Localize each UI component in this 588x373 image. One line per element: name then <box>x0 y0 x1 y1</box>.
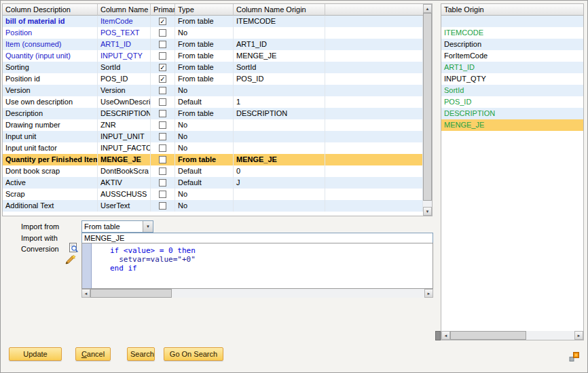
form-mode-icon[interactable] <box>569 351 580 362</box>
cell-primary[interactable] <box>151 131 175 142</box>
cell-type[interactable]: From table <box>175 108 234 119</box>
primary-checkbox[interactable] <box>159 156 166 163</box>
origin-item[interactable]: MENGE_JE <box>441 119 583 131</box>
table-row[interactable]: PositionPOS_TEXTNo <box>3 27 423 39</box>
cancel-button[interactable]: Cancel <box>75 347 111 361</box>
cell-column-description[interactable]: Additional Text <box>3 200 98 212</box>
scroll-up-icon[interactable]: ▲ <box>423 4 432 13</box>
update-button[interactable]: Update <box>9 347 62 361</box>
import-with-input[interactable] <box>81 233 433 243</box>
cell-primary[interactable] <box>151 119 175 131</box>
splitter-grip[interactable] <box>435 331 441 340</box>
primary-checkbox[interactable] <box>159 52 166 60</box>
cell-column-name[interactable]: Version <box>98 85 151 96</box>
cell-column-name[interactable]: ItemCode <box>98 16 151 27</box>
cell-filler[interactable] <box>325 189 423 200</box>
table-row[interactable]: ActiveAKTIVDefaultJ <box>3 177 423 189</box>
cell-column-description[interactable]: Item (consumed) <box>3 39 98 50</box>
cell-column-name[interactable]: POS_TEXT <box>98 27 151 39</box>
cell-column-name[interactable]: ART1_ID <box>98 39 151 50</box>
cell-filler[interactable] <box>325 62 423 73</box>
cell-filler[interactable] <box>325 200 423 212</box>
editor-horizontal-scrollbar[interactable]: ◄ ► <box>81 289 433 298</box>
cell-column-description[interactable]: Active <box>3 177 98 189</box>
cell-primary[interactable] <box>151 177 175 189</box>
primary-checkbox[interactable] <box>159 87 166 94</box>
cell-column-description[interactable]: Drawing number <box>3 119 98 131</box>
primary-checkbox[interactable] <box>159 168 166 175</box>
table-row[interactable]: Quantity per Finished ItemMENGE_JEFrom t… <box>3 154 423 165</box>
cell-type[interactable]: No <box>175 27 234 39</box>
cell-type[interactable]: From table <box>175 154 234 165</box>
cell-origin[interactable] <box>234 131 325 142</box>
table-row[interactable]: SortingSortId✓From tableSortId <box>3 62 423 73</box>
origin-item[interactable]: DESCRIPTION <box>441 108 583 119</box>
cell-filler[interactable] <box>325 142 423 154</box>
cell-filler[interactable] <box>325 131 423 142</box>
cell-type[interactable]: From table <box>175 39 234 50</box>
cell-column-name[interactable]: INPUT_QTY <box>98 50 151 62</box>
cell-column-description[interactable]: Use own description <box>3 96 98 108</box>
primary-checkbox[interactable] <box>159 41 166 48</box>
primary-checkbox[interactable]: ✓ <box>159 64 166 71</box>
cell-primary[interactable] <box>151 108 175 119</box>
conversion-code[interactable]: if <value> = 0 then setvar=value="+0"end… <box>92 243 433 288</box>
cell-column-name[interactable]: ZNR <box>98 119 151 131</box>
origin-item[interactable]: Description <box>441 39 583 50</box>
cell-origin[interactable] <box>234 189 325 200</box>
table-row[interactable]: Position idPOS_ID✓From tablePOS_ID <box>3 73 423 85</box>
cell-primary[interactable] <box>151 154 175 165</box>
cell-column-description[interactable]: Dont book scrap <box>3 165 98 177</box>
cell-column-description[interactable]: Quantity per Finished Item <box>3 154 98 165</box>
cell-filler[interactable] <box>325 50 423 62</box>
table-row[interactable]: bill of material idItemCode✓From tableIT… <box>3 16 423 27</box>
origin-item[interactable]: POS_ID <box>441 96 583 108</box>
origin-item[interactable]: SortId <box>441 85 583 96</box>
table-row[interactable]: Input unit factorINPUT_FACTONo <box>3 142 423 154</box>
cell-filler[interactable] <box>325 16 423 27</box>
cell-primary[interactable]: ✓ <box>151 62 175 73</box>
primary-checkbox[interactable] <box>159 133 166 140</box>
cell-origin[interactable]: ITEMCODE <box>234 16 325 27</box>
cell-primary[interactable] <box>151 189 175 200</box>
cell-primary[interactable] <box>151 200 175 212</box>
scrollbar-thumb[interactable] <box>423 13 432 201</box>
cell-column-description[interactable]: Position <box>3 27 98 39</box>
cell-type[interactable]: From table <box>175 16 234 27</box>
cell-primary[interactable]: ✓ <box>151 73 175 85</box>
preview-icon[interactable] <box>69 243 80 254</box>
table-row[interactable]: Use own descriptionUseOwnDescriDefault1 <box>3 96 423 108</box>
scroll-right-icon[interactable]: ► <box>424 289 433 298</box>
cell-primary[interactable] <box>151 142 175 154</box>
table-row[interactable]: ScrapAUSSCHUSSNo <box>3 189 423 200</box>
cell-column-name[interactable]: DontBookScra <box>98 165 151 177</box>
primary-checkbox[interactable] <box>159 191 166 198</box>
origin-horizontal-scrollbar[interactable]: ◄ ► <box>441 331 583 340</box>
cell-type[interactable]: No <box>175 189 234 200</box>
cell-origin[interactable]: J <box>234 177 325 189</box>
cell-primary[interactable] <box>151 39 175 50</box>
primary-checkbox[interactable] <box>159 121 166 129</box>
table-row[interactable]: DescriptionDESCRIPTIONFrom tableDESCRIPT… <box>3 108 423 119</box>
cell-origin[interactable]: ART1_ID <box>234 39 325 50</box>
cell-column-name[interactable]: UseOwnDescri <box>98 96 151 108</box>
table-row[interactable]: Quantity (input unit)INPUT_QTYFrom table… <box>3 50 423 62</box>
cell-origin[interactable]: MENGE_JE <box>234 154 325 165</box>
cell-column-name[interactable]: SortId <box>98 62 151 73</box>
cell-origin[interactable] <box>234 142 325 154</box>
cell-primary[interactable] <box>151 27 175 39</box>
primary-checkbox[interactable] <box>159 144 166 152</box>
cell-column-name[interactable]: DESCRIPTION <box>98 108 151 119</box>
table-row[interactable]: Input unitINPUT_UNITNo <box>3 131 423 142</box>
edit-wand-icon[interactable] <box>65 254 76 265</box>
cell-type[interactable]: Default <box>175 177 234 189</box>
cell-origin[interactable]: SortId <box>234 62 325 73</box>
cell-type[interactable]: Default <box>175 165 234 177</box>
cell-column-description[interactable]: Input unit <box>3 131 98 142</box>
scrollbar-track[interactable] <box>450 331 574 340</box>
go-on-search-button[interactable]: Go On Search <box>164 347 223 361</box>
cell-column-name[interactable]: INPUT_FACTO <box>98 142 151 154</box>
conversion-editor[interactable]: if <value> = 0 then setvar=value="+0"end… <box>81 243 433 289</box>
origin-item[interactable]: ITEMCODE <box>441 27 583 39</box>
cell-column-name[interactable]: INPUT_UNIT <box>98 131 151 142</box>
